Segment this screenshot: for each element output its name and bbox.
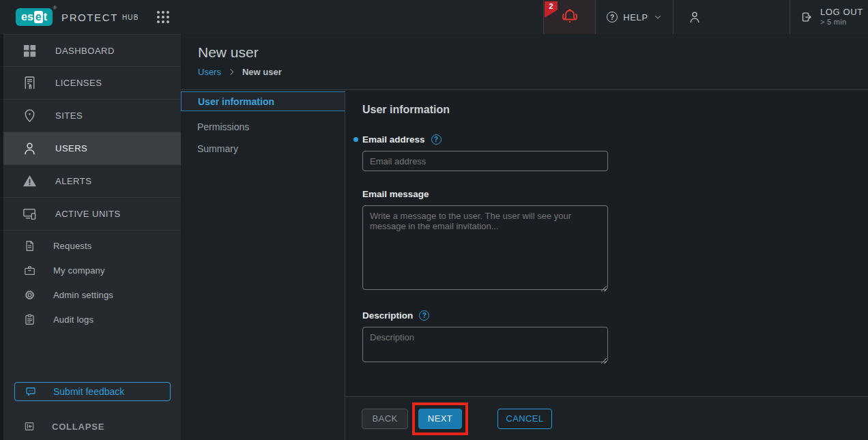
- active-units-icon: [21, 206, 38, 222]
- dashboard-icon: [21, 42, 38, 59]
- company-icon: [23, 264, 36, 277]
- notification-badge: 2: [545, 1, 558, 18]
- settings-icon: [23, 289, 36, 302]
- logout-button[interactable]: LOG OUT > 5 min: [790, 0, 868, 34]
- page-title: New user: [198, 44, 868, 61]
- sidebar-item-my-company[interactable]: My company: [3, 258, 181, 282]
- step-permissions[interactable]: Permissions: [181, 116, 345, 138]
- requests-icon: [23, 239, 36, 252]
- cancel-button[interactable]: CANCEL: [497, 409, 552, 429]
- collapse-button[interactable]: COLLAPSE: [3, 420, 181, 432]
- email-label: Email address: [362, 134, 425, 145]
- app-launcher-icon[interactable]: [154, 8, 172, 26]
- form-heading: User information: [362, 104, 851, 116]
- logout-timer: > 5 min: [820, 18, 863, 27]
- description-help-icon[interactable]: ?: [419, 310, 429, 321]
- sidebar-item-dashboard[interactable]: DASHBOARD: [3, 34, 181, 67]
- sidebar-item-audit-logs[interactable]: Audit logs: [3, 307, 181, 332]
- sidebar-item-admin-settings[interactable]: Admin settings: [3, 282, 181, 307]
- step-summary[interactable]: Summary: [181, 138, 345, 160]
- submit-feedback-button[interactable]: Submit feedback: [14, 382, 171, 401]
- help-menu[interactable]: ? HELP: [595, 0, 673, 34]
- sidebar-item-licenses[interactable]: LICENSES: [3, 67, 181, 100]
- required-dot: [353, 137, 358, 142]
- sidebar-item-users[interactable]: USERS: [3, 132, 181, 165]
- collapse-label: COLLAPSE: [52, 422, 104, 432]
- wizard-steps: User information Permissions Summary: [181, 90, 345, 440]
- feedback-label: Submit feedback: [53, 386, 124, 397]
- logout-label: LOG OUT: [820, 7, 863, 18]
- message-textarea[interactable]: [362, 205, 608, 290]
- breadcrumb-users-link[interactable]: Users: [198, 67, 221, 77]
- next-button-annotation: NEXT: [412, 402, 468, 435]
- sidebar-item-alerts[interactable]: ALERTS: [3, 165, 181, 198]
- main-content: New user Users New user User information…: [181, 34, 868, 440]
- users-icon: [21, 141, 38, 157]
- breadcrumb-current: New user: [242, 67, 282, 77]
- message-label: Email message: [362, 189, 429, 199]
- topbar: eset ® PROTECT HUB 2 ? H: [0, 0, 868, 34]
- product-suffix: HUB: [122, 14, 139, 21]
- logo-seg2: e: [34, 11, 43, 23]
- sites-icon: [21, 108, 38, 124]
- form-panel: User information Email address ? Email m…: [345, 90, 868, 440]
- sidebar-item-sites[interactable]: SITES: [3, 100, 181, 132]
- help-icon: ?: [607, 12, 618, 23]
- description-field-group: Description ?: [362, 310, 851, 365]
- eset-logo: eset ®: [16, 8, 53, 26]
- step-user-information[interactable]: User information: [181, 91, 345, 111]
- email-field-group: Email address ?: [362, 134, 851, 171]
- back-button[interactable]: BACK: [362, 409, 408, 429]
- help-label: HELP: [623, 12, 648, 23]
- page-header: New user Users New user: [181, 34, 868, 90]
- breadcrumb: Users New user: [198, 67, 868, 77]
- next-button[interactable]: NEXT: [418, 409, 462, 429]
- user-icon: [687, 10, 702, 25]
- wizard-footer: BACK NEXT CANCEL: [345, 396, 868, 440]
- breadcrumb-chevron-icon: [227, 68, 236, 76]
- alerts-icon: [21, 173, 38, 190]
- collapse-icon: [23, 420, 35, 432]
- description-textarea[interactable]: [362, 327, 608, 362]
- account-button[interactable]: [673, 0, 790, 34]
- audit-logs-icon: [23, 313, 36, 326]
- email-help-icon[interactable]: ?: [431, 134, 442, 145]
- logo-seg1: es: [21, 12, 33, 23]
- notifications-button[interactable]: 2: [543, 0, 595, 34]
- message-field-group: Email message: [362, 189, 851, 293]
- sidebar-item-requests[interactable]: Requests: [3, 233, 181, 258]
- sidebar-item-active-units[interactable]: ACTIVE UNITS: [3, 198, 181, 231]
- bell-icon: [560, 7, 580, 27]
- chevron-down-icon: [654, 13, 662, 21]
- feedback-icon: [25, 385, 37, 398]
- licenses-icon: [21, 75, 38, 91]
- logout-icon: [800, 10, 813, 24]
- sidebar: DASHBOARD LICENSES: [0, 34, 181, 440]
- description-label: Description: [362, 310, 413, 321]
- product-name: PROTECT HUB: [61, 12, 139, 23]
- email-input[interactable]: [362, 151, 608, 171]
- registered-mark: ®: [53, 5, 57, 10]
- logo-seg3: t: [44, 12, 47, 23]
